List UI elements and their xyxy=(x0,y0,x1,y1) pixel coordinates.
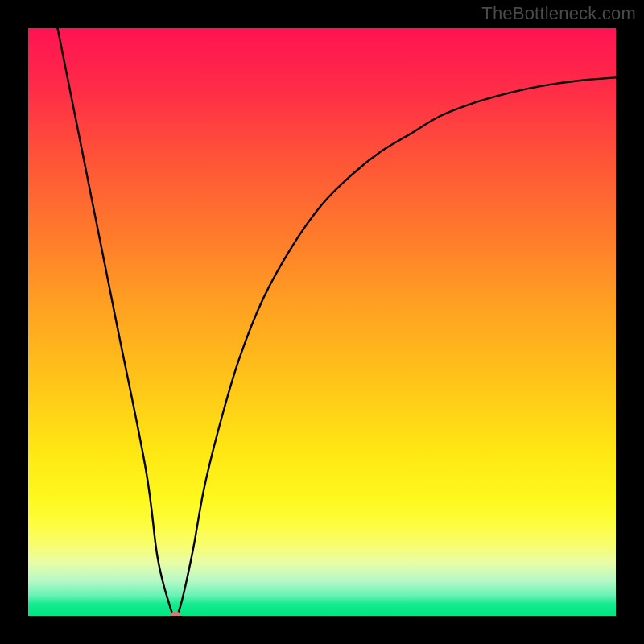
bottleneck-curve xyxy=(28,28,616,616)
plot-area xyxy=(28,28,616,616)
chart-frame: TheBottleneck.com xyxy=(0,0,644,644)
optimum-marker xyxy=(170,612,181,616)
watermark-text: TheBottleneck.com xyxy=(481,3,636,24)
